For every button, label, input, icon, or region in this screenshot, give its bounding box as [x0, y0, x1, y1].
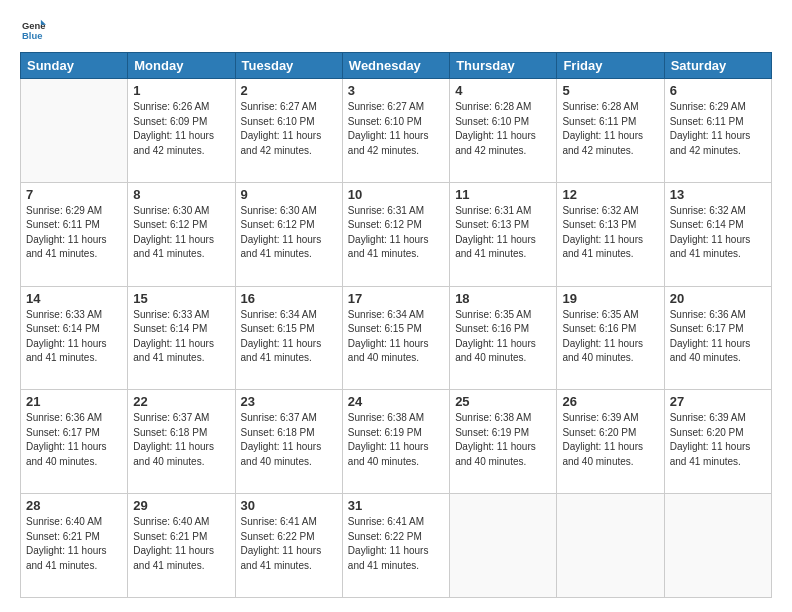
calendar-cell: 15Sunrise: 6:33 AMSunset: 6:14 PMDayligh…: [128, 286, 235, 390]
cell-info: Sunrise: 6:30 AMSunset: 6:12 PMDaylight:…: [133, 204, 229, 262]
day-number: 13: [670, 187, 766, 202]
calendar-cell: [21, 79, 128, 183]
day-number: 6: [670, 83, 766, 98]
calendar-row: 21Sunrise: 6:36 AMSunset: 6:17 PMDayligh…: [21, 390, 772, 494]
cell-info: Sunrise: 6:41 AMSunset: 6:22 PMDaylight:…: [241, 515, 337, 573]
calendar-cell: [557, 494, 664, 598]
cell-info: Sunrise: 6:36 AMSunset: 6:17 PMDaylight:…: [670, 308, 766, 366]
day-number: 28: [26, 498, 122, 513]
calendar-row: 28Sunrise: 6:40 AMSunset: 6:21 PMDayligh…: [21, 494, 772, 598]
cell-info: Sunrise: 6:33 AMSunset: 6:14 PMDaylight:…: [133, 308, 229, 366]
day-number: 25: [455, 394, 551, 409]
calendar-cell: 17Sunrise: 6:34 AMSunset: 6:15 PMDayligh…: [342, 286, 449, 390]
weekday-header: Monday: [128, 53, 235, 79]
calendar-cell: 10Sunrise: 6:31 AMSunset: 6:12 PMDayligh…: [342, 182, 449, 286]
calendar-cell: 28Sunrise: 6:40 AMSunset: 6:21 PMDayligh…: [21, 494, 128, 598]
day-number: 8: [133, 187, 229, 202]
cell-info: Sunrise: 6:34 AMSunset: 6:15 PMDaylight:…: [348, 308, 444, 366]
day-number: 24: [348, 394, 444, 409]
cell-info: Sunrise: 6:29 AMSunset: 6:11 PMDaylight:…: [26, 204, 122, 262]
calendar-cell: 5Sunrise: 6:28 AMSunset: 6:11 PMDaylight…: [557, 79, 664, 183]
calendar-row: 7Sunrise: 6:29 AMSunset: 6:11 PMDaylight…: [21, 182, 772, 286]
cell-info: Sunrise: 6:37 AMSunset: 6:18 PMDaylight:…: [241, 411, 337, 469]
cell-info: Sunrise: 6:41 AMSunset: 6:22 PMDaylight:…: [348, 515, 444, 573]
day-number: 16: [241, 291, 337, 306]
weekday-header: Tuesday: [235, 53, 342, 79]
cell-info: Sunrise: 6:32 AMSunset: 6:13 PMDaylight:…: [562, 204, 658, 262]
cell-info: Sunrise: 6:29 AMSunset: 6:11 PMDaylight:…: [670, 100, 766, 158]
day-number: 11: [455, 187, 551, 202]
calendar-cell: 11Sunrise: 6:31 AMSunset: 6:13 PMDayligh…: [450, 182, 557, 286]
weekday-header: Wednesday: [342, 53, 449, 79]
calendar-cell: 30Sunrise: 6:41 AMSunset: 6:22 PMDayligh…: [235, 494, 342, 598]
page: General Blue SundayMondayTuesdayWednesda…: [0, 0, 792, 612]
calendar-cell: 19Sunrise: 6:35 AMSunset: 6:16 PMDayligh…: [557, 286, 664, 390]
day-number: 29: [133, 498, 229, 513]
cell-info: Sunrise: 6:38 AMSunset: 6:19 PMDaylight:…: [348, 411, 444, 469]
cell-info: Sunrise: 6:38 AMSunset: 6:19 PMDaylight:…: [455, 411, 551, 469]
day-number: 4: [455, 83, 551, 98]
day-number: 7: [26, 187, 122, 202]
calendar-cell: 14Sunrise: 6:33 AMSunset: 6:14 PMDayligh…: [21, 286, 128, 390]
calendar-cell: 3Sunrise: 6:27 AMSunset: 6:10 PMDaylight…: [342, 79, 449, 183]
calendar-cell: 1Sunrise: 6:26 AMSunset: 6:09 PMDaylight…: [128, 79, 235, 183]
day-number: 30: [241, 498, 337, 513]
cell-info: Sunrise: 6:28 AMSunset: 6:11 PMDaylight:…: [562, 100, 658, 158]
calendar-cell: 9Sunrise: 6:30 AMSunset: 6:12 PMDaylight…: [235, 182, 342, 286]
day-number: 15: [133, 291, 229, 306]
cell-info: Sunrise: 6:37 AMSunset: 6:18 PMDaylight:…: [133, 411, 229, 469]
calendar-cell: 27Sunrise: 6:39 AMSunset: 6:20 PMDayligh…: [664, 390, 771, 494]
calendar-cell: 6Sunrise: 6:29 AMSunset: 6:11 PMDaylight…: [664, 79, 771, 183]
cell-info: Sunrise: 6:39 AMSunset: 6:20 PMDaylight:…: [562, 411, 658, 469]
cell-info: Sunrise: 6:31 AMSunset: 6:12 PMDaylight:…: [348, 204, 444, 262]
calendar-cell: 13Sunrise: 6:32 AMSunset: 6:14 PMDayligh…: [664, 182, 771, 286]
day-number: 12: [562, 187, 658, 202]
calendar-cell: 18Sunrise: 6:35 AMSunset: 6:16 PMDayligh…: [450, 286, 557, 390]
calendar-cell: 8Sunrise: 6:30 AMSunset: 6:12 PMDaylight…: [128, 182, 235, 286]
calendar-cell: 22Sunrise: 6:37 AMSunset: 6:18 PMDayligh…: [128, 390, 235, 494]
cell-info: Sunrise: 6:28 AMSunset: 6:10 PMDaylight:…: [455, 100, 551, 158]
calendar-cell: 25Sunrise: 6:38 AMSunset: 6:19 PMDayligh…: [450, 390, 557, 494]
day-number: 9: [241, 187, 337, 202]
cell-info: Sunrise: 6:35 AMSunset: 6:16 PMDaylight:…: [455, 308, 551, 366]
cell-info: Sunrise: 6:27 AMSunset: 6:10 PMDaylight:…: [241, 100, 337, 158]
cell-info: Sunrise: 6:35 AMSunset: 6:16 PMDaylight:…: [562, 308, 658, 366]
calendar-row: 1Sunrise: 6:26 AMSunset: 6:09 PMDaylight…: [21, 79, 772, 183]
calendar-cell: 23Sunrise: 6:37 AMSunset: 6:18 PMDayligh…: [235, 390, 342, 494]
header: General Blue: [20, 18, 772, 42]
calendar-row: 14Sunrise: 6:33 AMSunset: 6:14 PMDayligh…: [21, 286, 772, 390]
cell-info: Sunrise: 6:30 AMSunset: 6:12 PMDaylight:…: [241, 204, 337, 262]
weekday-header: Sunday: [21, 53, 128, 79]
calendar-cell: 7Sunrise: 6:29 AMSunset: 6:11 PMDaylight…: [21, 182, 128, 286]
cell-info: Sunrise: 6:34 AMSunset: 6:15 PMDaylight:…: [241, 308, 337, 366]
day-number: 2: [241, 83, 337, 98]
cell-info: Sunrise: 6:39 AMSunset: 6:20 PMDaylight:…: [670, 411, 766, 469]
calendar-cell: 21Sunrise: 6:36 AMSunset: 6:17 PMDayligh…: [21, 390, 128, 494]
calendar-cell: 16Sunrise: 6:34 AMSunset: 6:15 PMDayligh…: [235, 286, 342, 390]
day-number: 10: [348, 187, 444, 202]
calendar-cell: 20Sunrise: 6:36 AMSunset: 6:17 PMDayligh…: [664, 286, 771, 390]
cell-info: Sunrise: 6:27 AMSunset: 6:10 PMDaylight:…: [348, 100, 444, 158]
day-number: 20: [670, 291, 766, 306]
weekday-header: Friday: [557, 53, 664, 79]
day-number: 26: [562, 394, 658, 409]
logo: General Blue: [20, 18, 50, 42]
day-number: 5: [562, 83, 658, 98]
day-number: 17: [348, 291, 444, 306]
logo-icon: General Blue: [22, 18, 46, 42]
day-number: 3: [348, 83, 444, 98]
calendar-cell: [664, 494, 771, 598]
calendar-cell: 12Sunrise: 6:32 AMSunset: 6:13 PMDayligh…: [557, 182, 664, 286]
cell-info: Sunrise: 6:33 AMSunset: 6:14 PMDaylight:…: [26, 308, 122, 366]
day-number: 22: [133, 394, 229, 409]
calendar-table: SundayMondayTuesdayWednesdayThursdayFrid…: [20, 52, 772, 598]
weekday-header: Saturday: [664, 53, 771, 79]
day-number: 31: [348, 498, 444, 513]
svg-text:Blue: Blue: [22, 30, 42, 41]
weekday-header: Thursday: [450, 53, 557, 79]
day-number: 18: [455, 291, 551, 306]
day-number: 27: [670, 394, 766, 409]
day-number: 21: [26, 394, 122, 409]
cell-info: Sunrise: 6:31 AMSunset: 6:13 PMDaylight:…: [455, 204, 551, 262]
calendar-cell: 2Sunrise: 6:27 AMSunset: 6:10 PMDaylight…: [235, 79, 342, 183]
